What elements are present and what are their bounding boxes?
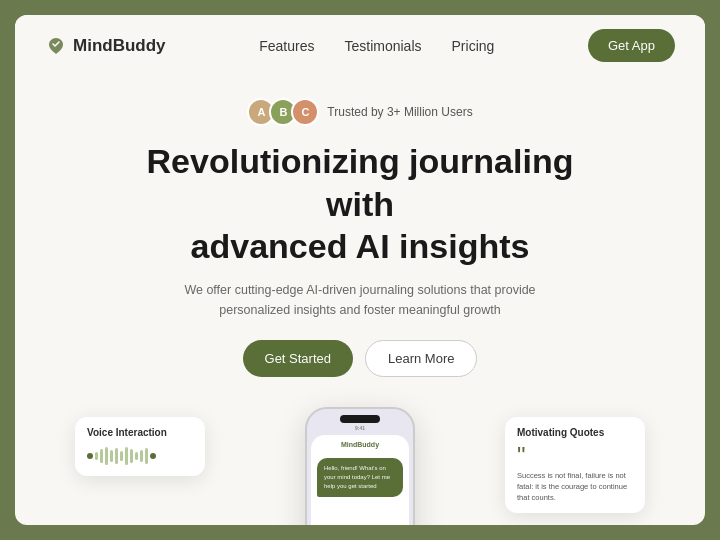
avatar-3: C <box>291 98 319 126</box>
quote-mark-icon: " <box>517 444 633 468</box>
nav-testimonials[interactable]: Testimonials <box>344 37 421 55</box>
logo: MindBuddy <box>45 35 166 57</box>
nav-pricing[interactable]: Pricing <box>452 37 495 55</box>
wave-bar <box>135 452 138 460</box>
wave-dot <box>87 453 93 459</box>
wave-bar <box>130 449 133 463</box>
phone-brand: MindBuddy <box>341 441 379 448</box>
wave-bar <box>145 448 148 464</box>
phone-notch <box>340 415 380 423</box>
wave-bar <box>140 450 143 462</box>
waveform <box>87 446 193 466</box>
phone-screen: MindBuddy Hello, friend! What's on your … <box>311 435 409 526</box>
get-app-button[interactable]: Get App <box>588 29 675 62</box>
wave-bar <box>100 449 103 463</box>
phone-status-bar: 9:41 <box>307 425 413 431</box>
wave-bar <box>95 452 98 460</box>
phone-area: Voice Interaction <box>15 407 705 526</box>
brand-name: MindBuddy <box>73 36 166 56</box>
get-started-button[interactable]: Get Started <box>243 340 353 377</box>
wave-dot <box>150 453 156 459</box>
hero-subtitle: We offer cutting-edge AI-driven journali… <box>170 280 550 320</box>
learn-more-button[interactable]: Learn More <box>365 340 477 377</box>
wave-bar <box>125 447 128 465</box>
chat-bubble: Hello, friend! What's on your mind today… <box>317 458 403 497</box>
quotes-card-title: Motivating Quotes <box>517 427 633 438</box>
voice-card: Voice Interaction <box>75 417 205 476</box>
navbar: MindBuddy Features Testimonials Pricing … <box>15 15 705 76</box>
cta-buttons: Get Started Learn More <box>243 340 478 377</box>
wave-bar <box>110 450 113 462</box>
logo-icon <box>45 35 67 57</box>
phone-header: MindBuddy <box>317 441 403 448</box>
nav-features[interactable]: Features <box>259 37 314 55</box>
app-window: MindBuddy Features Testimonials Pricing … <box>15 15 705 525</box>
wave-bar <box>115 448 118 464</box>
wave-bar <box>120 451 123 461</box>
hero-title: Revolutionizing journaling with advanced… <box>110 140 610 268</box>
voice-card-title: Voice Interaction <box>87 427 193 438</box>
trust-text: Trusted by 3+ Million Users <box>327 105 472 119</box>
phone-mockup: 9:41 MindBuddy Hello, friend! What's on … <box>305 407 415 526</box>
quote-text: Success is not final, failure is not fat… <box>517 470 633 504</box>
quotes-card: Motivating Quotes " Success is not final… <box>505 417 645 514</box>
avatar-group: A B C <box>247 98 319 126</box>
trust-badge: A B C Trusted by 3+ Million Users <box>247 98 472 126</box>
hero-section: A B C Trusted by 3+ Million Users Revolu… <box>15 76 705 525</box>
wave-bar <box>105 447 108 465</box>
nav-links: Features Testimonials Pricing <box>259 37 494 55</box>
